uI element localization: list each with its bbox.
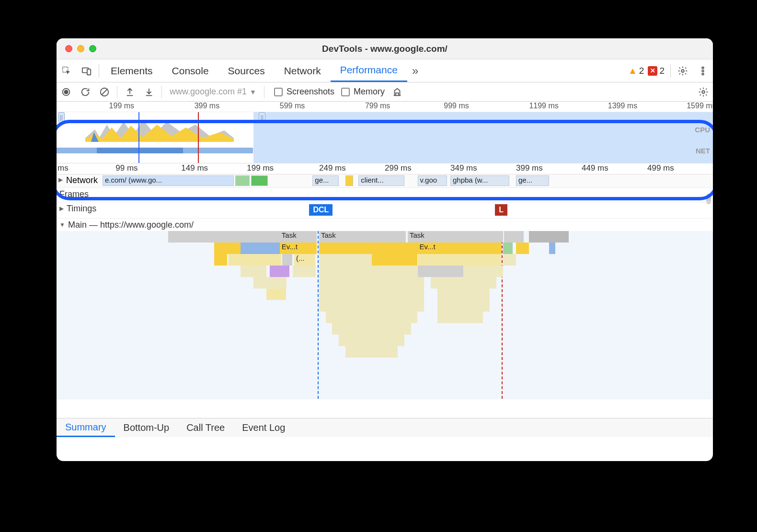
ruler-tick: ms <box>57 163 69 173</box>
flame-entry[interactable] <box>345 346 398 358</box>
flame-entry[interactable] <box>516 243 529 254</box>
flame-entry[interactable] <box>282 254 292 266</box>
flame-entry[interactable] <box>372 254 418 266</box>
network-request-bar[interactable]: e.com/ (www.go... <box>103 175 234 186</box>
flame-chart[interactable]: TaskTaskTaskEv...tEv...t(... <box>57 231 713 399</box>
flame-entry[interactable] <box>319 277 424 289</box>
overview-body[interactable]: || || CPU NET <box>57 112 713 163</box>
tracks-area[interactable]: ▶ Network e.com/ (www.go...ge...client..… <box>57 174 713 418</box>
tab-sources[interactable]: Sources <box>218 59 275 82</box>
recording-select[interactable]: www.google.com #1 ▼ <box>165 87 261 97</box>
record-button[interactable] <box>57 87 76 97</box>
flame-entry[interactable] <box>504 231 524 243</box>
device-toolbar-icon[interactable] <box>77 66 97 76</box>
disclosure-triangle-icon[interactable]: ▼ <box>59 221 65 228</box>
flame-entry[interactable] <box>241 266 267 277</box>
disclosure-triangle-icon[interactable]: ▶ <box>59 205 64 212</box>
dcl-badge[interactable]: DCL <box>309 204 333 216</box>
network-request-bar[interactable] <box>251 175 268 186</box>
timeline-overview[interactable]: 199 ms399 ms599 ms799 ms999 ms1199 ms139… <box>57 102 713 163</box>
tab-elements[interactable]: Elements <box>101 59 162 82</box>
flame-entry[interactable] <box>319 289 424 300</box>
upload-profile-icon[interactable] <box>120 87 139 97</box>
network-request-bar[interactable]: ghpba (w... <box>450 175 509 186</box>
capture-settings-icon[interactable] <box>694 87 713 97</box>
flame-entry[interactable] <box>549 243 556 254</box>
flame-entry[interactable] <box>241 243 280 254</box>
flame-entry[interactable] <box>463 266 503 277</box>
overview-tick: 599 ms <box>280 102 305 110</box>
flame-entry[interactable] <box>418 254 502 266</box>
issues-error-badge[interactable]: ✕ 2 <box>648 66 665 76</box>
flame-entry[interactable]: Ev...t <box>418 243 502 254</box>
kebab-menu-icon[interactable] <box>693 66 713 76</box>
timings-track[interactable]: ▶ Timings DCL L <box>57 202 713 219</box>
flame-entry[interactable] <box>431 277 496 289</box>
network-request-bar[interactable]: v.goo <box>418 175 447 186</box>
inspect-element-icon[interactable] <box>57 66 77 76</box>
network-track[interactable]: ▶ Network e.com/ (www.go...ge...client..… <box>57 174 713 188</box>
network-request-bar[interactable] <box>235 175 250 186</box>
close-window-button[interactable] <box>65 45 72 52</box>
flame-entry[interactable]: Task <box>408 231 503 243</box>
main-track[interactable]: ▼ Main — https://www.google.com/ TaskTas… <box>57 219 713 399</box>
flame-entry[interactable] <box>229 254 281 266</box>
zoom-window-button[interactable] <box>89 45 96 52</box>
reload-record-button[interactable] <box>76 87 95 97</box>
screenshots-checkbox[interactable]: Screenshots <box>274 87 334 97</box>
frames-track[interactable]: Frames <box>57 188 713 202</box>
minimize-window-button[interactable] <box>77 45 84 52</box>
ruler-tick: 349 ms <box>450 163 477 173</box>
tab-console[interactable]: Console <box>162 59 218 82</box>
flame-entry[interactable] <box>168 231 280 243</box>
flame-entry[interactable] <box>339 335 404 346</box>
overview-handle-right[interactable]: || <box>259 112 265 123</box>
flame-entry[interactable]: (... <box>294 254 315 266</box>
tab-bottom-up[interactable]: Bottom-Up <box>115 418 178 437</box>
flame-entry[interactable] <box>418 266 464 277</box>
tab-call-tree[interactable]: Call Tree <box>178 418 233 437</box>
settings-icon[interactable] <box>673 66 693 76</box>
disclosure-triangle-icon[interactable]: ▶ <box>58 176 63 183</box>
tab-network[interactable]: Network <box>275 59 331 82</box>
tab-event-log[interactable]: Event Log <box>233 418 294 437</box>
flame-entry[interactable] <box>266 289 286 300</box>
flame-entry[interactable]: Ev...t <box>280 243 317 254</box>
flame-entry[interactable] <box>214 254 227 266</box>
overview-handle-left[interactable]: || <box>58 112 65 123</box>
flame-entry[interactable] <box>319 300 424 312</box>
recording-select-value: www.google.com #1 <box>170 87 247 97</box>
flame-entry[interactable] <box>319 243 418 254</box>
flame-entry[interactable] <box>437 289 490 300</box>
issues-warning-badge[interactable]: ▲ 2 <box>628 66 644 76</box>
clear-button[interactable] <box>95 87 114 97</box>
flame-entry[interactable] <box>214 243 241 254</box>
flame-entry[interactable] <box>437 300 490 312</box>
flame-entry[interactable] <box>319 266 418 277</box>
flame-entry[interactable] <box>270 266 289 277</box>
network-request-bar[interactable]: client... <box>358 175 404 186</box>
flame-entry[interactable]: Task <box>319 231 406 243</box>
collect-garbage-icon[interactable] <box>388 87 407 97</box>
flame-entry[interactable] <box>319 254 372 266</box>
flame-entry[interactable] <box>529 231 568 243</box>
flame-entry[interactable] <box>326 312 418 323</box>
network-request-bar[interactable] <box>345 175 353 186</box>
tab-performance[interactable]: Performance <box>331 59 407 82</box>
flame-entry[interactable] <box>503 243 513 254</box>
tabs-more-icon[interactable]: » <box>407 64 423 78</box>
network-request-bar[interactable]: ge... <box>312 175 339 186</box>
flame-entry[interactable] <box>437 312 483 323</box>
overview-selection[interactable] <box>57 112 253 163</box>
overview-ruler: 199 ms399 ms599 ms799 ms999 ms1199 ms139… <box>57 102 713 112</box>
flame-entry[interactable]: Task <box>280 231 317 243</box>
download-profile-icon[interactable] <box>139 87 159 97</box>
tab-summary[interactable]: Summary <box>57 418 115 437</box>
flame-entry[interactable] <box>332 323 411 335</box>
memory-checkbox[interactable]: Memory <box>341 87 385 97</box>
network-request-bar[interactable]: ge... <box>516 175 549 186</box>
flame-entry[interactable] <box>253 277 287 289</box>
flame-entry[interactable] <box>503 254 516 266</box>
load-badge[interactable]: L <box>495 204 507 216</box>
flame-entry[interactable] <box>293 266 316 277</box>
